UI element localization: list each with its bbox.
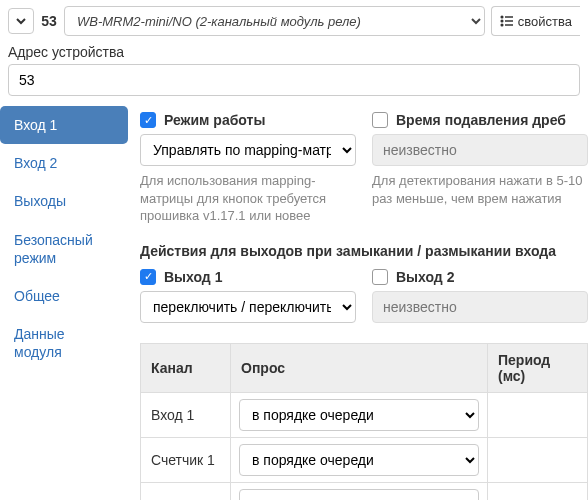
tab-module-data[interactable]: Данные модуля: [0, 315, 128, 371]
cell-period: [488, 392, 588, 437]
output-2-label: Выход 2: [396, 269, 454, 285]
debounce-input: [372, 134, 588, 166]
poll-select-counter-1[interactable]: в порядке очереди: [239, 444, 479, 476]
svg-point-0: [501, 16, 503, 18]
sidebar: Вход 1 Вход 2 Выходы Безопасный режим Об…: [0, 106, 140, 500]
expand-toggle[interactable]: [8, 8, 34, 34]
table-row: Вход 1 в порядке очереди: [141, 392, 588, 437]
output-2-input: [372, 291, 588, 323]
tab-general[interactable]: Общее: [0, 277, 128, 315]
debounce-checkbox[interactable]: [372, 112, 388, 128]
tab-safe-mode[interactable]: Безопасный режим: [0, 221, 128, 277]
properties-button-label: свойства: [518, 14, 572, 29]
cell-channel: Частота 1: [141, 482, 231, 500]
tab-input-1[interactable]: Вход 1: [0, 106, 128, 144]
svg-point-4: [501, 24, 503, 26]
address-label: Адрес устройства: [8, 44, 580, 60]
address-number: 53: [40, 13, 58, 29]
output-1-label: Выход 1: [164, 269, 222, 285]
output-1-checkbox[interactable]: ✓: [140, 269, 156, 285]
mode-checkbox[interactable]: ✓: [140, 112, 156, 128]
th-poll: Опрос: [231, 343, 488, 392]
poll-table: Канал Опрос Период (мс) Вход 1 в порядке…: [140, 343, 588, 500]
mode-select[interactable]: Управлять по mapping-матрице: [140, 134, 356, 166]
poll-select-input-1[interactable]: в порядке очереди: [239, 399, 479, 431]
mode-hint: Для использования mapping-матрицы для кн…: [140, 172, 356, 225]
table-row: Счетчик 1 в порядке очереди: [141, 437, 588, 482]
mode-label: Режим работы: [164, 112, 265, 128]
cell-channel: Счетчик 1: [141, 437, 231, 482]
output-1-select[interactable]: переключить / переключить: [140, 291, 356, 323]
cell-period: [488, 437, 588, 482]
address-input[interactable]: [8, 64, 580, 96]
actions-title: Действия для выходов при замыкании / раз…: [140, 243, 588, 259]
chevron-down-icon: [15, 15, 27, 27]
cell-channel: Вход 1: [141, 392, 231, 437]
list-icon: [500, 14, 514, 28]
th-period: Период (мс): [488, 343, 588, 392]
debounce-label: Время подавления дреб: [396, 112, 566, 128]
poll-select-freq-1[interactable]: не опрашивать: [239, 489, 479, 500]
debounce-hint: Для детектирования нажати в 5-10 раз мен…: [372, 172, 588, 207]
cell-period: [488, 482, 588, 500]
tab-outputs[interactable]: Выходы: [0, 182, 128, 220]
properties-button[interactable]: свойства: [491, 6, 580, 36]
device-type-select[interactable]: WB-MRM2-mini/NO (2-канальный модуль реле…: [64, 6, 485, 36]
output-2-checkbox[interactable]: [372, 269, 388, 285]
th-channel: Канал: [141, 343, 231, 392]
table-row: Частота 1 не опрашивать: [141, 482, 588, 500]
svg-point-2: [501, 20, 503, 22]
tab-input-2[interactable]: Вход 2: [0, 144, 128, 182]
